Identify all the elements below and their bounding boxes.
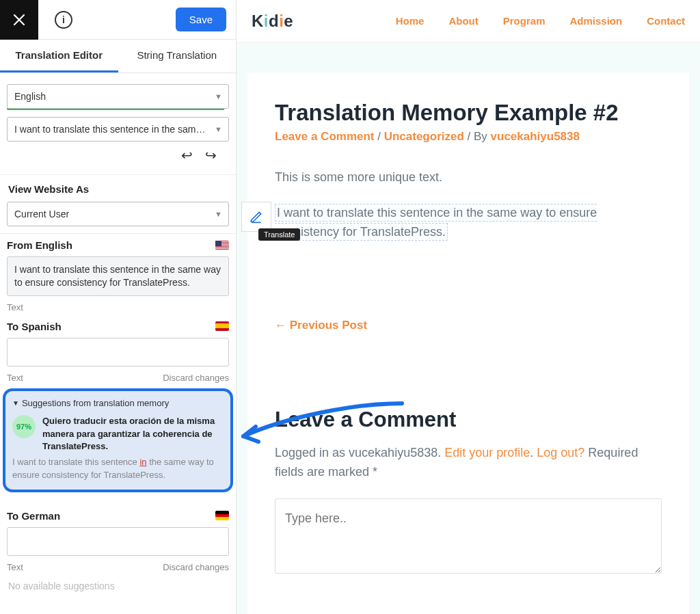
spanish-sublabel: Text	[7, 373, 23, 383]
string-select[interactable]: I want to translate this sentence in the…	[7, 117, 229, 142]
close-icon	[13, 14, 25, 26]
view-as-label: View Website As	[7, 182, 229, 202]
post-title: Translation Memory Example #2	[275, 100, 662, 126]
spanish-input[interactable]	[7, 338, 229, 366]
to-spanish-label: To Spanish	[7, 321, 62, 332]
nav-home[interactable]: Home	[396, 15, 425, 27]
pencil-icon	[250, 210, 263, 224]
from-label: From English	[7, 239, 72, 251]
source-sublabel: Text	[7, 302, 23, 312]
paragraph-1: This is some more unique text.	[275, 168, 662, 187]
info-icon[interactable]: i	[55, 11, 72, 29]
translate-handle[interactable]: Translate	[241, 202, 271, 232]
nav-contact[interactable]: Contact	[647, 15, 685, 27]
prev-string-button[interactable]: ↩	[181, 147, 193, 163]
memory-suggestion[interactable]: 97% Quiero traducir esta oración de la m…	[12, 415, 224, 481]
preview-pane: Kidie Home About Program Admission Conta…	[237, 0, 700, 614]
site-header: Kidie Home About Program Admission Conta…	[237, 0, 700, 42]
view-as-select[interactable]: Current User	[7, 202, 229, 226]
category-link[interactable]: Uncategorized	[384, 130, 464, 143]
memory-translation: Quiero traducir esta oración de la misma…	[42, 415, 224, 454]
tab-translation-editor[interactable]: Translation Editor	[0, 40, 118, 72]
post-meta: Leave a Comment / Uncategorized / By vuc…	[275, 130, 662, 144]
german-input[interactable]	[7, 527, 229, 556]
topbar: i Save	[0, 0, 236, 40]
language-select[interactable]: English	[7, 84, 229, 109]
german-discard[interactable]: Discard changes	[163, 562, 229, 572]
nav-admission[interactable]: Admission	[569, 15, 622, 27]
edit-profile-link[interactable]: Edit your profile	[444, 446, 530, 459]
no-suggestions: No available suggestions	[7, 579, 229, 597]
highlighted-sentence[interactable]: I want to translate this sentence in the…	[275, 204, 597, 241]
flag-es-icon	[215, 321, 229, 331]
previous-post-link[interactable]: ← Previous Post	[275, 319, 367, 332]
memory-title[interactable]: ▼Suggestions from translation memory	[12, 398, 224, 408]
nav-program[interactable]: Program	[503, 15, 546, 27]
comment-meta: Logged in as vucekahiyu5838. Edit your p…	[275, 443, 662, 483]
to-german-label: To German	[7, 510, 60, 522]
german-sublabel: Text	[7, 562, 23, 572]
close-button[interactable]	[0, 0, 38, 40]
comment-heading: Leave a Comment	[275, 408, 662, 432]
site-nav: Home About Program Admission Contact	[396, 15, 685, 27]
leave-comment-link[interactable]: Leave a Comment	[275, 130, 375, 143]
spanish-discard[interactable]: Discard changes	[163, 373, 229, 383]
source-text: I want to translate this sentence in the…	[7, 256, 229, 296]
site-logo[interactable]: Kidie	[252, 12, 293, 31]
comment-textarea[interactable]	[275, 498, 662, 574]
translate-tooltip: Translate	[258, 228, 300, 241]
flag-us-icon	[215, 241, 229, 250]
translation-memory-panel: ▼Suggestions from translation memory 97%…	[3, 388, 233, 492]
nav-about[interactable]: About	[448, 15, 478, 27]
logout-link[interactable]: Log out?	[537, 446, 584, 459]
memory-source: I want to translate this sentence in the…	[12, 456, 224, 481]
tabs: Translation Editor String Translation	[0, 40, 236, 73]
next-string-button[interactable]: ↪	[205, 147, 217, 163]
save-button[interactable]: Save	[176, 8, 226, 31]
author-link[interactable]: vucekahiyu5838	[491, 130, 580, 143]
tab-string-translation[interactable]: String Translation	[118, 40, 237, 72]
match-percent: 97%	[12, 415, 36, 438]
flag-de-icon	[215, 511, 229, 520]
